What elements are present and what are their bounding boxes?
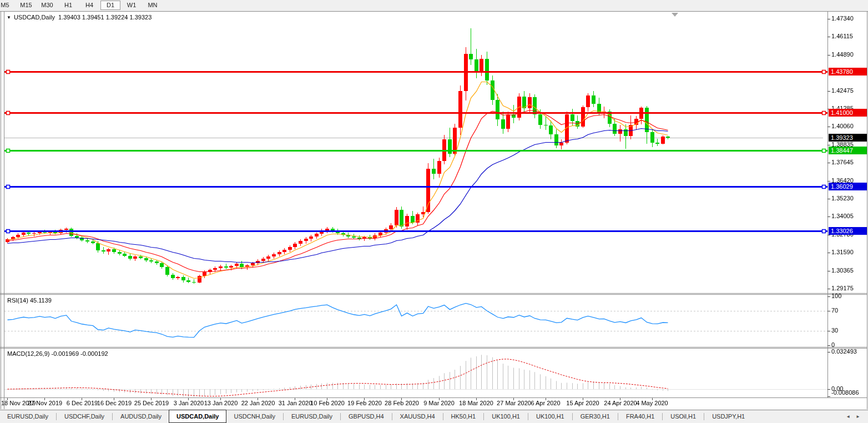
tab-scroll-right-icon[interactable]: ► — [856, 414, 860, 419]
tab-separator — [443, 413, 443, 420]
tab-audusd-daily[interactable]: AUDUSD,Daily — [113, 410, 169, 423]
tab-separator — [283, 413, 284, 420]
tab-separator — [572, 413, 573, 420]
chart-tab-bar: EURUSD,DailyUSDCHF,DailyAUDUSD,DailyUSDC… — [0, 410, 868, 423]
tab-hk50-h1[interactable]: HK50,H1 — [444, 410, 483, 423]
chart-shift-marker-icon[interactable] — [672, 13, 678, 17]
chart-canvas[interactable] — [0, 0, 868, 423]
timeframe-toolbar: M5M15M30H1H4D1W1MN — [0, 0, 868, 11]
tab-eurusd-daily[interactable]: EURUSD,Daily — [284, 410, 340, 423]
tab-ger30-h1[interactable]: GER30,H1 — [573, 410, 617, 423]
tab-uk100-h1[interactable]: UK100,H1 — [485, 410, 527, 423]
tab-usdcad-daily[interactable]: USDCAD,Daily — [169, 410, 226, 423]
tab-separator — [112, 413, 113, 420]
tab-usdchf-daily[interactable]: USDCHF,Daily — [57, 410, 112, 423]
mt4-terminal: M5M15M30H1H4D1W1MN ▼USDCAD,Daily 1.39403… — [0, 0, 868, 423]
tab-separator — [340, 413, 341, 420]
collapse-info-icon[interactable]: ▼ — [7, 15, 11, 20]
tab-usdcnh-daily[interactable]: USDCNH,Daily — [226, 410, 282, 423]
tab-fra40-h1[interactable]: FRA40,H1 — [619, 410, 662, 423]
timeframe-button-M15[interactable]: M15 — [16, 1, 36, 10]
timeframe-button-M30[interactable]: M30 — [37, 1, 57, 10]
timeframe-button-D1[interactable]: D1 — [100, 1, 120, 10]
tab-usdjpy-h1[interactable]: USDJPY,H1 — [705, 410, 752, 423]
tab-separator — [56, 413, 57, 420]
tab-separator — [618, 413, 618, 420]
timeframe-button-W1[interactable]: W1 — [122, 1, 142, 10]
tab-usoil-h1[interactable]: USOil,H1 — [663, 410, 703, 423]
timeframe-button-H1[interactable]: H1 — [58, 1, 78, 10]
tab-uk100-h1[interactable]: UK100,H1 — [529, 410, 572, 423]
timeframe-button-MN[interactable]: MN — [143, 1, 163, 10]
tab-separator — [704, 413, 704, 420]
tab-separator — [528, 413, 528, 420]
tab-separator — [392, 413, 392, 420]
tab-gbpusd-h4[interactable]: GBPUSD,H4 — [341, 410, 391, 423]
tab-separator — [483, 413, 484, 420]
tab-scroll-left-icon[interactable]: ◄ — [846, 414, 850, 419]
tab-separator — [662, 413, 663, 420]
timeframe-button-M5[interactable]: M5 — [0, 1, 15, 10]
tab-xauusd-h4[interactable]: XAUUSD,H4 — [393, 410, 442, 423]
tab-eurusd-daily[interactable]: EURUSD,Daily — [0, 410, 55, 423]
timeframe-button-H4[interactable]: H4 — [79, 1, 99, 10]
